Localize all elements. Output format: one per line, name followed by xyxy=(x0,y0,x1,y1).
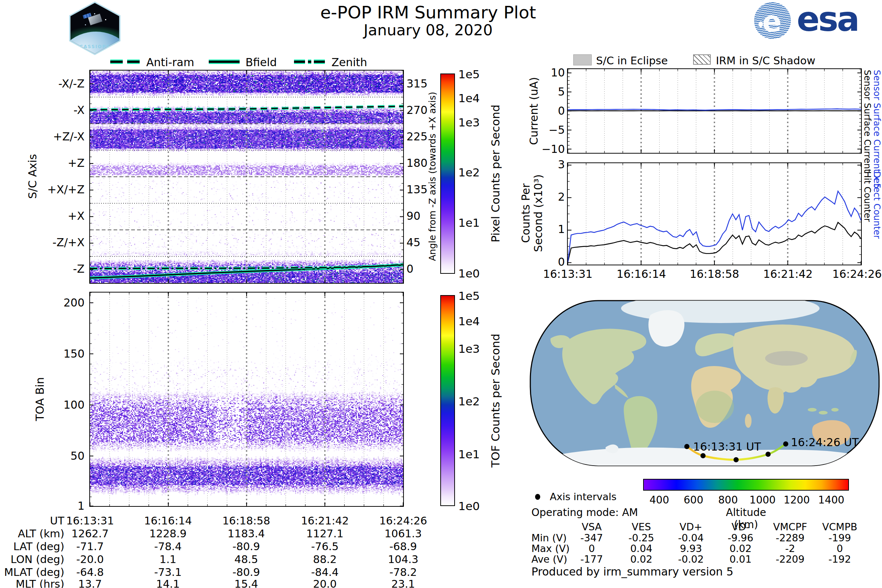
altitude-tick: 600 xyxy=(679,494,708,506)
voltage-col-header: VSA xyxy=(566,521,617,532)
ephemeris-value: 20.0 xyxy=(294,578,356,588)
ephemeris-value: 16:24:26 xyxy=(372,514,434,527)
axis-tick-label: -Z xyxy=(19,262,84,275)
voltage-col-header: VD+ xyxy=(665,521,717,532)
colorbar-tick: 1e2 xyxy=(458,395,480,408)
sc-axis-spectrogram-canvas xyxy=(90,70,403,283)
axis-tick-label: -X/-Z xyxy=(19,77,84,90)
altitude-colorbar xyxy=(643,479,849,490)
angle-tick-label: 225 xyxy=(406,130,428,143)
bfield-legend-line xyxy=(209,60,240,64)
voltage-value: 0.04 xyxy=(616,543,667,554)
ephemeris-value: 16:13:31 xyxy=(59,514,121,527)
esa-logo: e esa xyxy=(754,2,882,39)
ephemeris-row-label: LAT (deg) xyxy=(0,540,64,553)
axis-intervals-dot-icon xyxy=(535,494,540,500)
operating-mode: Operating mode: AM xyxy=(531,506,638,519)
ephemeris-value: 16:21:42 xyxy=(294,514,356,527)
pixel-counts-colorbar-label: Pixel Counts per Second xyxy=(489,104,502,242)
pixel-counts-colorbar xyxy=(440,74,455,274)
axis-intervals-label: Axis intervals xyxy=(550,491,616,502)
voltage-value: -192 xyxy=(814,554,866,565)
page-title: e-POP IRM Summary Plot xyxy=(320,2,536,22)
ephemeris-value: 23.1 xyxy=(372,578,434,588)
toa-spectrogram-plot xyxy=(89,292,404,507)
time-tick-label: 16:13:31 xyxy=(538,267,597,280)
angle-tick-label: 135 xyxy=(406,183,428,196)
ephemeris-value: -76.5 xyxy=(294,540,356,553)
current-tick-label: 0 xyxy=(510,104,565,117)
axis-tick-label: -X xyxy=(19,104,84,117)
ephemeris-value: 1127.1 xyxy=(294,527,356,540)
tof-counts-colorbar xyxy=(440,295,455,506)
voltage-value: -2 xyxy=(764,543,816,554)
esa-globe-icon: e xyxy=(754,2,791,39)
bfield-legend-label: Bfield xyxy=(246,56,277,69)
africa-green xyxy=(696,391,734,423)
voltage-value: 0.02 xyxy=(715,543,766,554)
ephemeris-value: 48.5 xyxy=(215,553,278,566)
voltage-value: -177 xyxy=(566,554,617,565)
toa-tick-label: 200 xyxy=(19,296,84,309)
ephemeris-value: 88.2 xyxy=(294,553,356,566)
toa-tick-label: 1 xyxy=(19,500,84,512)
time-tick-label: 16:18:58 xyxy=(685,267,744,280)
voltage-value: 0 xyxy=(814,543,866,554)
axis-interval-dot xyxy=(734,457,739,462)
colorbar-tick: 1e5 xyxy=(458,289,480,303)
axis-tick-label: +Z xyxy=(19,156,84,170)
ephemeris-value: -80.9 xyxy=(215,540,278,553)
current-plot xyxy=(567,68,862,154)
current-tick-label: −10 xyxy=(510,142,565,156)
voltage-col-header: VMCPF xyxy=(764,521,816,532)
ephemeris-row-label: MLT (hrs) xyxy=(0,578,64,588)
voltage-value: -199 xyxy=(814,532,866,543)
voltage-value: -2209 xyxy=(764,554,816,565)
counts-plot xyxy=(567,162,862,266)
antiram-legend-line xyxy=(110,60,140,64)
ephemeris-value: 1262.7 xyxy=(59,527,121,540)
patch-text: CASSIOPE xyxy=(68,44,121,49)
sc-axis-spectrogram-plot xyxy=(89,70,404,284)
time-tick-label: 16:24:26 xyxy=(828,267,882,280)
eclipse-legend-label: S/C in Eclipse xyxy=(596,54,668,67)
ephemeris-value: -68.9 xyxy=(372,540,434,553)
axis-tick-label: +X xyxy=(19,210,84,222)
tof-counts-colorbar-label: TOF Counts per Second xyxy=(489,334,502,468)
voltage-value: 0.01 xyxy=(715,554,766,565)
colorbar-tick: 1e1 xyxy=(458,216,480,230)
patch-stars xyxy=(80,9,81,10)
axis-interval-dot xyxy=(783,441,788,447)
voltage-value: -2289 xyxy=(764,532,816,543)
angle-tick-label: 315 xyxy=(406,77,428,90)
colorbar-tick: 1e1 xyxy=(458,448,480,461)
voltage-value: -0.02 xyxy=(665,554,717,565)
angle-tick-label: 90 xyxy=(406,210,420,222)
voltage-value: -9.96 xyxy=(715,532,766,543)
voltage-value: -347 xyxy=(566,532,617,543)
colorbar-tick: 1e4 xyxy=(458,92,480,105)
axis-tick-label: +X/+Z xyxy=(19,183,84,196)
ephemeris-value: -64.8 xyxy=(59,566,121,579)
angle-axis-label: Angle from -Z axis (towards +X axis) xyxy=(427,92,438,261)
altitude-tick: 1200 xyxy=(782,494,812,506)
toa-tick-label: 100 xyxy=(19,398,84,411)
current-plot-svg xyxy=(568,69,861,153)
counts-ylabel-line1: Counts Per xyxy=(520,174,532,252)
voltage-value: 0.02 xyxy=(616,554,667,565)
toa-tick-label: 150 xyxy=(19,347,84,360)
current-right-label-black: Sensor Surface Current xyxy=(862,70,873,172)
footer-version: Produced by irm_summary version 5 xyxy=(531,565,733,578)
axis-tick-label: +Z/-X xyxy=(19,130,84,143)
angle-tick-label: 45 xyxy=(406,236,420,249)
ephemeris-value: 14.1 xyxy=(137,578,199,588)
angle-tick-label: 0 xyxy=(406,262,413,275)
page-date: January 08, 2020 xyxy=(363,21,492,39)
counts-tick-label: 3 xyxy=(510,158,565,171)
antiram-legend-label: Anti-ram xyxy=(146,56,194,69)
shadow-legend-label: IRM in S/C Shadow xyxy=(716,54,816,67)
time-tick-label: 16:16:14 xyxy=(612,267,670,280)
voltage-value: -0.04 xyxy=(665,532,717,543)
indonesia-2 xyxy=(819,411,828,414)
voltage-col-header: VES xyxy=(616,521,667,532)
